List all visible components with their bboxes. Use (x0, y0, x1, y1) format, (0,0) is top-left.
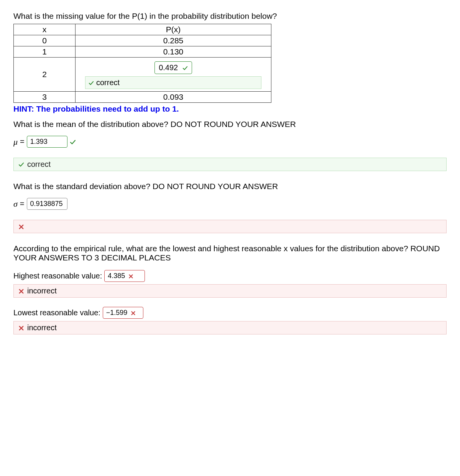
cell-p: 0.093 (76, 92, 271, 103)
check-icon (182, 63, 188, 72)
mu-symbol: μ (13, 137, 18, 147)
table-header-p: P(x) (76, 24, 271, 35)
equals-sign: = (20, 199, 25, 208)
answer-input[interactable]: 0.492 (154, 61, 192, 74)
mean-value: 1.393 (30, 138, 48, 145)
sigma-equation: σ = 0.9138875 (13, 198, 447, 210)
highest-input[interactable]: 4.385 (104, 270, 145, 282)
table-row: 3 0.093 (14, 92, 271, 103)
status-correct: correct (85, 76, 261, 89)
x-icon (131, 309, 136, 316)
sigma-input[interactable]: 0.9138875 (27, 198, 67, 210)
table-row-answer: 2 0.492 correct (14, 58, 271, 92)
table-row: 1 0.130 (14, 46, 271, 58)
q4-prompt: According to the empirical rule, what ar… (13, 244, 447, 262)
q3-prompt: What is the standard deviation above? DO… (13, 182, 447, 191)
check-icon (89, 78, 94, 87)
status-text: correct (96, 78, 120, 87)
check-icon (18, 160, 24, 169)
status-text: correct (27, 160, 51, 169)
status-incorrect: incorrect (13, 284, 447, 298)
cell-x: 0 (14, 35, 76, 46)
x-icon (128, 272, 133, 280)
q2-prompt: What is the mean of the distribution abo… (13, 120, 447, 129)
lowest-label: Lowest reasonable value: (13, 308, 100, 317)
status-text: incorrect (27, 287, 57, 295)
probability-table: x P(x) 0 0.285 1 0.130 2 0.492 correct (13, 24, 271, 103)
lowest-input[interactable]: −1.599 (103, 307, 143, 319)
mean-input[interactable]: 1.393 (27, 136, 67, 148)
lowest-row: Lowest reasonable value: −1.599 (13, 307, 447, 319)
table-row: 0 0.285 (14, 35, 271, 46)
check-icon (70, 137, 76, 146)
status-text: incorrect (27, 323, 57, 332)
cell-p: 0.130 (76, 46, 271, 58)
status-incorrect (13, 220, 447, 233)
hint-text: HINT: The probabilities need to add up t… (13, 104, 447, 114)
cell-p: 0.285 (76, 35, 271, 46)
sigma-symbol: σ (13, 199, 18, 209)
x-icon (18, 287, 24, 295)
mean-equation: μ = 1.393 (13, 136, 447, 148)
highest-label: Highest reasonable value: (13, 272, 102, 280)
x-icon (18, 222, 24, 231)
x-icon (18, 323, 24, 332)
highest-value: 4.385 (108, 272, 125, 280)
cell-x: 1 (14, 46, 76, 58)
cell-x: 3 (14, 92, 76, 103)
highest-row: Highest reasonable value: 4.385 (13, 270, 447, 282)
q1-prompt: What is the missing value for the P(1) i… (13, 12, 447, 21)
cell-x: 2 (14, 58, 76, 92)
answer-value: 0.492 (159, 63, 178, 72)
status-correct: correct (13, 158, 447, 171)
lowest-value: −1.599 (106, 309, 128, 316)
status-incorrect: incorrect (13, 321, 447, 334)
equals-sign: = (20, 137, 25, 146)
sigma-value: 0.9138875 (30, 200, 63, 208)
table-header-x: x (14, 24, 76, 35)
cell-p-answer: 0.492 correct (76, 58, 271, 92)
